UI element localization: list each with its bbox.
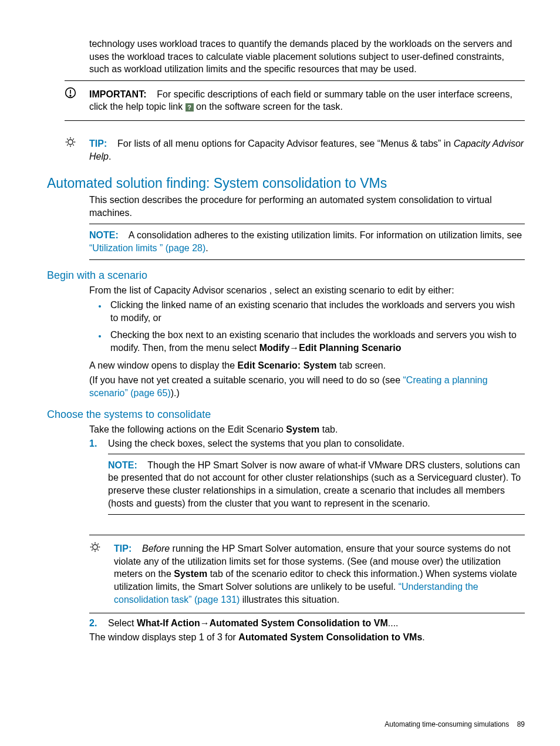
step-2-body: Select What-If Action→Automated System C… bbox=[108, 618, 525, 629]
divider bbox=[65, 120, 525, 121]
important-text-after: on the software screen for the task. bbox=[196, 102, 343, 112]
intro-paragraph: technology uses workload traces to quant… bbox=[89, 38, 525, 76]
help-icon: ? bbox=[185, 103, 194, 112]
svg-line-17 bbox=[92, 544, 93, 545]
step-1: 1. Using the check boxes, select the sys… bbox=[89, 438, 525, 449]
tip2-icon bbox=[89, 540, 106, 608]
note-callout: NOTE: A consolidation adheres to the exi… bbox=[89, 229, 525, 254]
svg-line-18 bbox=[97, 549, 99, 551]
svg-line-11 bbox=[73, 139, 74, 140]
svg-line-8 bbox=[67, 139, 68, 140]
svg-line-10 bbox=[67, 144, 68, 146]
tip-text-after: . bbox=[109, 151, 111, 161]
tip-text-before: For lists of all menu options for Capaci… bbox=[117, 139, 454, 148]
begin-p2: A new window opens to display the Edit S… bbox=[89, 359, 525, 372]
note2-body: NOTE: Though the HP Smart Solver is now … bbox=[108, 459, 525, 509]
heading-begin-scenario: Begin with a scenario bbox=[47, 269, 525, 282]
svg-point-2 bbox=[70, 95, 71, 96]
heading-choose-systems: Choose the systems to consolidate bbox=[47, 409, 525, 421]
choose-block: Take the following actions on the Edit S… bbox=[89, 423, 525, 644]
intro-block: technology uses workload traces to quant… bbox=[89, 38, 525, 76]
divider bbox=[108, 454, 525, 454]
begin-block: From the list of Capacity Advisor scenar… bbox=[89, 284, 525, 400]
svg-line-19 bbox=[92, 549, 93, 551]
svg-point-12 bbox=[93, 545, 97, 549]
divider bbox=[89, 613, 525, 613]
step-1-marker: 1. bbox=[89, 438, 100, 449]
step-2-marker: 2. bbox=[89, 618, 100, 629]
tip2-callout: TIP: Before running the HP Smart Solver … bbox=[89, 540, 525, 608]
step-2: 2. Select What-If Action→Automated Syste… bbox=[89, 618, 525, 629]
important-body: IMPORTANT: For specific descriptions of … bbox=[89, 86, 525, 116]
heading-automated-solution: Automated solution finding: System conso… bbox=[47, 175, 525, 191]
tip2-body: TIP: Before running the HP Smart Solver … bbox=[114, 540, 525, 608]
section-intro-block: This section describes the procedure for… bbox=[89, 194, 525, 219]
important-icon bbox=[65, 86, 81, 116]
divider bbox=[89, 535, 525, 535]
tip-body: TIP: For lists of all menu options for C… bbox=[89, 135, 525, 165]
footer-page-number: 89 bbox=[517, 720, 525, 728]
begin-li1: Clicking the linked name of an existing … bbox=[107, 299, 525, 324]
tip-label: TIP: bbox=[89, 139, 107, 148]
note-text-after: . bbox=[205, 243, 208, 253]
begin-li2: Checking the box next to an existing sce… bbox=[107, 329, 525, 354]
page: technology uses workload traces to quant… bbox=[0, 0, 560, 746]
svg-line-9 bbox=[73, 144, 74, 146]
svg-line-20 bbox=[97, 544, 99, 545]
note-label: NOTE: bbox=[89, 230, 119, 240]
tip-icon bbox=[65, 135, 81, 165]
choose-p1: Take the following actions on the Edit S… bbox=[89, 423, 525, 436]
page-footer: Automating time-consuming simulations 89 bbox=[384, 720, 525, 728]
note2-label: NOTE: bbox=[108, 460, 137, 470]
begin-list: Clicking the linked name of an existing … bbox=[89, 299, 525, 354]
important-callout: IMPORTANT: For specific descriptions of … bbox=[65, 86, 525, 116]
note-text-before: A consolidation adheres to the existing … bbox=[129, 230, 522, 240]
step-1-body: Using the check boxes, select the system… bbox=[108, 438, 525, 449]
divider bbox=[108, 514, 525, 515]
note-link[interactable]: “Utilization limits ” (page 28) bbox=[89, 243, 205, 253]
divider bbox=[65, 80, 525, 81]
section-intro-text: This section describes the procedure for… bbox=[89, 194, 525, 219]
choose-final: The window displays step 1 of 3 for Auto… bbox=[89, 631, 525, 644]
footer-text: Automating time-consuming simulations bbox=[384, 720, 509, 728]
tip2-label: TIP: bbox=[114, 544, 131, 553]
svg-point-3 bbox=[68, 140, 73, 144]
divider bbox=[89, 259, 525, 260]
important-label: IMPORTANT: bbox=[89, 89, 146, 99]
begin-p1: From the list of Capacity Advisor scenar… bbox=[89, 284, 525, 297]
begin-p3: (If you have not yet created a suitable … bbox=[89, 374, 525, 399]
divider bbox=[89, 224, 525, 224]
tip-callout: TIP: For lists of all menu options for C… bbox=[65, 135, 525, 165]
